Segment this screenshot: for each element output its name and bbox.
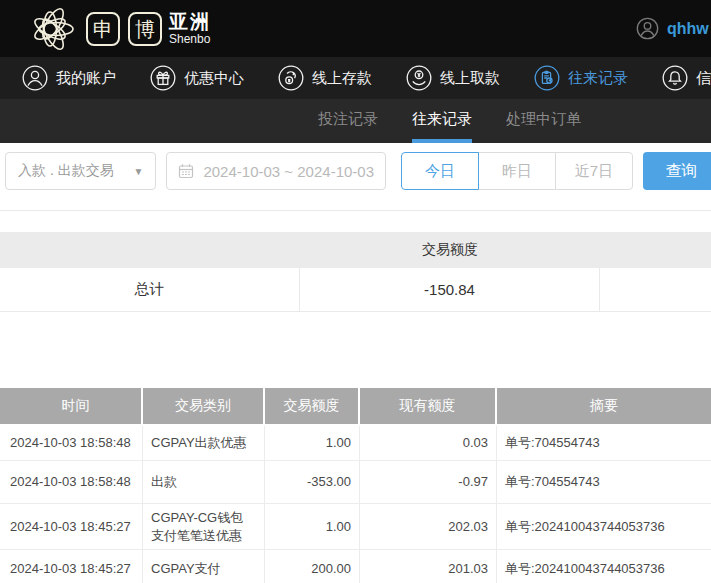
cell-time: 2024-10-03 18:45:27 [0, 504, 143, 549]
nav-label: 线上存款 [312, 69, 372, 88]
cell-balance: 202.03 [360, 504, 497, 549]
today-button[interactable]: 今日 [401, 152, 479, 190]
user-account[interactable]: qhhw [636, 0, 709, 57]
main-nav: 我的账户 优惠中心 线上存款 线上取款 [0, 57, 711, 99]
brand-region-zh: 亚洲 [169, 12, 211, 31]
cell-time: 2024-10-03 18:58:48 [0, 426, 143, 460]
cell-time: 2024-10-03 18:45:27 [0, 550, 143, 583]
cell-memo: 单号:704554743 [497, 461, 711, 503]
cell-balance: 201.03 [360, 550, 497, 583]
summary-total-value: -150.84 [300, 268, 600, 311]
table-row: 2024-10-03 18:45:27 CGPAY-CG钱包支付笔笔送优惠 1.… [0, 504, 711, 550]
search-button[interactable]: 查询 [643, 152, 711, 190]
bell-icon [662, 65, 688, 91]
cell-type: CGPAY-CG钱包支付笔笔送优惠 [143, 504, 265, 549]
transactions-table: 时间 交易类别 交易额度 现有额度 摘要 2024-10-03 18:58:48… [0, 388, 711, 583]
cell-balance: 0.03 [360, 426, 497, 460]
cell-balance: -0.97 [360, 461, 497, 503]
cell-amount: 1.00 [265, 426, 360, 460]
quick-date-button-group: 今日 昨日 近7日 [401, 152, 633, 190]
summary-header-row: 交易额度 [0, 232, 711, 268]
last7days-button[interactable]: 近7日 [555, 152, 633, 190]
cell-amount: 1.00 [265, 504, 360, 549]
nav-label: 我的账户 [56, 69, 116, 88]
brand-region: 亚洲 Shenbo [169, 12, 211, 45]
column-header-balance: 现有额度 [360, 388, 497, 424]
flower-logo-icon [24, 3, 76, 55]
nav-item-transaction-records[interactable]: 往来记录 [534, 65, 628, 91]
nav-item-online-withdraw[interactable]: 线上取款 [406, 65, 500, 91]
cell-time: 2024-10-03 18:58:48 [0, 461, 143, 503]
cell-memo: 单号:202410043744053736 [497, 550, 711, 583]
table-row: 2024-10-03 18:58:48 出款 -353.00 -0.97 单号:… [0, 461, 711, 504]
nav-item-online-deposit[interactable]: 线上存款 [278, 65, 372, 91]
brand-header: 申 博 亚洲 Shenbo qhhw [0, 0, 711, 57]
records-icon [534, 65, 560, 91]
cell-type: CGPAY出款优惠 [143, 426, 265, 460]
cell-type: CGPAY支付 [143, 550, 265, 583]
cell-memo: 单号:202410043744053736 [497, 504, 711, 549]
column-header-type: 交易类别 [143, 388, 265, 424]
date-range-value: 2024-10-03 ~ 2024-10-03 [203, 163, 374, 180]
transaction-type-select[interactable]: 入款 . 出款交易 ▼ [5, 152, 156, 190]
withdraw-icon [406, 65, 432, 91]
yesterday-button[interactable]: 昨日 [478, 152, 556, 190]
cell-memo: 单号:704554743 [497, 426, 711, 460]
cell-amount: 200.00 [265, 550, 360, 583]
cell-amount: -353.00 [265, 461, 360, 503]
nav-item-messages[interactable]: 信息 [662, 65, 711, 91]
filter-bar: 入款 . 出款交易 ▼ 2024-10-03 ~ 2024-10-03 今日 昨… [0, 143, 711, 211]
column-header-memo: 摘要 [497, 388, 711, 424]
summary-table: 交易额度 总计 -150.84 [0, 232, 711, 312]
nav-label: 优惠中心 [184, 69, 244, 88]
table-header-row: 时间 交易类别 交易额度 现有额度 摘要 [0, 388, 711, 426]
tab-processing-orders[interactable]: 处理中订单 [506, 99, 581, 143]
spacer [0, 312, 711, 388]
deposit-icon [278, 65, 304, 91]
records-subnav: 投注记录 往来记录 处理中订单 [0, 99, 711, 143]
username-text[interactable]: qhhw [667, 20, 709, 38]
column-header-time: 时间 [0, 388, 143, 424]
brand-char-bo: 博 [128, 12, 162, 46]
nav-item-promo-center[interactable]: 优惠中心 [150, 65, 244, 91]
table-row: 2024-10-03 18:45:27 CGPAY支付 200.00 201.0… [0, 550, 711, 583]
tab-betting-records[interactable]: 投注记录 [318, 99, 378, 143]
brand-region-en: Shenbo [169, 33, 211, 45]
summary-header-amount: 交易额度 [300, 241, 600, 259]
summary-total-label: 总计 [0, 268, 300, 311]
calendar-icon [178, 163, 194, 179]
caret-down-icon: ▼ [134, 166, 144, 177]
table-row: 2024-10-03 18:58:48 CGPAY出款优惠 1.00 0.03 … [0, 426, 711, 461]
nav-label: 线上取款 [440, 69, 500, 88]
user-icon [22, 65, 48, 91]
column-header-amount: 交易额度 [265, 388, 360, 424]
brand-char-shen: 申 [86, 12, 120, 46]
nav-label: 往来记录 [568, 69, 628, 88]
transaction-type-value: 入款 . 出款交易 [18, 162, 114, 180]
nav-item-my-account[interactable]: 我的账户 [22, 65, 116, 91]
nav-label: 信息 [696, 69, 711, 88]
summary-total-row: 总计 -150.84 [0, 268, 711, 312]
avatar-icon [636, 17, 659, 40]
date-range-input[interactable]: 2024-10-03 ~ 2024-10-03 [166, 152, 386, 190]
gift-icon [150, 65, 176, 91]
tab-transaction-records[interactable]: 往来记录 [412, 99, 472, 143]
summary-empty-cell [600, 268, 711, 311]
cell-type: 出款 [143, 461, 265, 503]
